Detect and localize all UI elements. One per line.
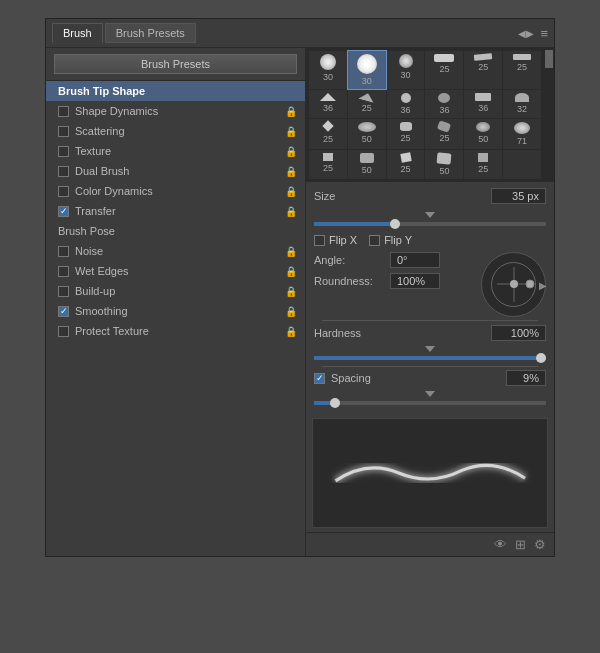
tab-bar: Brush Brush Presets [52, 23, 196, 43]
angle-roundness-section: Angle: 0° Roundness: 100% [314, 252, 546, 317]
wet-edges-lock: 🔒 [285, 266, 297, 277]
tab-brush[interactable]: Brush [52, 23, 103, 43]
dual-brush-label: Dual Brush [75, 165, 129, 177]
shape-dynamics-lock: 🔒 [285, 106, 297, 117]
compass-inner [491, 262, 536, 307]
presets-button[interactable]: Brush Presets [54, 54, 297, 74]
left-panel: Brush Presets Brush Tip Shape Shape Dyna… [46, 48, 306, 556]
spacing-checkbox[interactable] [314, 373, 325, 384]
hardness-value: 100% [491, 325, 546, 341]
brush-item-11[interactable]: 36 [464, 90, 502, 118]
brush-item-10[interactable]: 36 [425, 90, 463, 118]
color-dynamics-lock: 🔒 [285, 186, 297, 197]
scattering-checkbox[interactable] [58, 126, 69, 137]
brush-list-item-dual-brush[interactable]: Dual Brush 🔒 [46, 161, 305, 181]
compass-widget[interactable]: ▶ [481, 252, 546, 317]
build-up-checkbox[interactable] [58, 286, 69, 297]
smoothing-checkbox[interactable] [58, 306, 69, 317]
layers-icon[interactable]: ⊞ [515, 537, 526, 552]
brush-item-21[interactable]: 25 [387, 150, 425, 179]
flip-x-checkbox[interactable] [314, 235, 325, 246]
brush-list-item-protect-texture[interactable]: Protect Texture 🔒 [46, 321, 305, 341]
texture-checkbox[interactable] [58, 146, 69, 157]
brush-item-15[interactable]: 25 [387, 119, 425, 149]
settings-icon[interactable]: ⚙ [534, 537, 546, 552]
wet-edges-label: Wet Edges [75, 265, 129, 277]
brush-item-16[interactable]: 25 [425, 119, 463, 149]
angle-value[interactable]: 0° [390, 252, 440, 268]
hardness-slider[interactable] [314, 356, 546, 360]
brush-item-13[interactable]: 25 [309, 119, 347, 149]
brush-list-item-scattering[interactable]: Scattering 🔒 [46, 121, 305, 141]
transfer-label: Transfer [75, 205, 116, 217]
brush-preview [312, 418, 548, 528]
spacing-slider-container [314, 386, 546, 408]
brush-list-item-brush-pose[interactable]: Brush Pose [46, 221, 305, 241]
brush-list-item-shape-dynamics[interactable]: Shape Dynamics 🔒 [46, 101, 305, 121]
transfer-checkbox[interactable] [58, 206, 69, 217]
flip-x-item: Flip X [314, 234, 357, 246]
noise-lock: 🔒 [285, 246, 297, 257]
brush-item-8[interactable]: 25 [348, 90, 386, 118]
smoothing-label: Smoothing [75, 305, 128, 317]
brush-item-17[interactable]: 50 [464, 119, 502, 149]
brush-list-item-smoothing[interactable]: Smoothing 🔒 [46, 301, 305, 321]
spacing-slider-triangle[interactable] [425, 391, 435, 397]
compass-arrow: ▶ [539, 279, 547, 290]
brush-item-23[interactable]: 25 [464, 150, 502, 179]
brush-item-2[interactable]: 30 [348, 51, 386, 89]
brush-list-item-color-dynamics[interactable]: Color Dynamics 🔒 [46, 181, 305, 201]
noise-checkbox[interactable] [58, 246, 69, 257]
size-slider-triangle[interactable] [425, 212, 435, 218]
grid-scrollbar[interactable] [544, 48, 554, 182]
brush-list-item-wet-edges[interactable]: Wet Edges 🔒 [46, 261, 305, 281]
spacing-divider [322, 366, 538, 367]
brush-grid-container: 30 30 30 25 [306, 48, 554, 182]
brush-item-18[interactable]: 71 [503, 119, 541, 149]
brush-item-14[interactable]: 50 [348, 119, 386, 149]
hardness-slider-triangle[interactable] [425, 346, 435, 352]
brush-list-item-texture[interactable]: Texture 🔒 [46, 141, 305, 161]
brush-item-7[interactable]: 36 [309, 90, 347, 118]
brush-item-9[interactable]: 36 [387, 90, 425, 118]
eye-icon[interactable]: 👁 [494, 537, 507, 552]
brush-item-3[interactable]: 30 [387, 51, 425, 89]
collapse-icon[interactable]: ◀▶ [518, 28, 534, 39]
protect-texture-checkbox[interactable] [58, 326, 69, 337]
color-dynamics-checkbox[interactable] [58, 186, 69, 197]
brush-item-12[interactable]: 32 [503, 90, 541, 118]
shape-dynamics-label: Shape Dynamics [75, 105, 158, 117]
brush-panel: Brush Brush Presets ◀▶ ≡ Brush Presets B… [45, 18, 555, 557]
angle-row: Angle: 0° [314, 252, 473, 268]
presets-btn-row: Brush Presets [46, 48, 305, 81]
brush-item-4[interactable]: 25 [425, 51, 463, 89]
roundness-value[interactable]: 100% [390, 273, 440, 289]
brush-list: Brush Tip Shape Shape Dynamics 🔒 Scatter… [46, 81, 305, 341]
panel-menu-icon[interactable]: ≡ [540, 26, 548, 41]
brush-list-item-transfer[interactable]: Transfer 🔒 [46, 201, 305, 221]
angle-label: Angle: [314, 254, 384, 266]
dual-brush-checkbox[interactable] [58, 166, 69, 177]
brush-item-20[interactable]: 50 [348, 150, 386, 179]
spacing-value: 9% [506, 370, 546, 386]
main-content: Brush Presets Brush Tip Shape Shape Dyna… [46, 48, 554, 556]
size-label: Size [314, 190, 394, 202]
spacing-slider[interactable] [314, 401, 546, 405]
brush-item-6[interactable]: 25 [503, 51, 541, 89]
shape-dynamics-checkbox[interactable] [58, 106, 69, 117]
brush-item-5[interactable]: 25 [464, 51, 502, 89]
brush-item-22[interactable]: 50 [425, 150, 463, 179]
brush-list-item-brush-tip-shape[interactable]: Brush Tip Shape [46, 81, 305, 101]
size-slider[interactable] [314, 222, 546, 226]
panel-footer: 👁 ⊞ ⚙ [306, 532, 554, 556]
flip-y-checkbox[interactable] [369, 235, 380, 246]
transfer-lock: 🔒 [285, 206, 297, 217]
brush-list-item-noise[interactable]: Noise 🔒 [46, 241, 305, 261]
brush-item-19[interactable]: 25 [309, 150, 347, 179]
size-value: 35 px [491, 188, 546, 204]
tab-brush-presets[interactable]: Brush Presets [105, 23, 196, 43]
wet-edges-checkbox[interactable] [58, 266, 69, 277]
brush-list-item-build-up[interactable]: Build-up 🔒 [46, 281, 305, 301]
brush-stroke-svg [325, 443, 536, 503]
brush-item-1[interactable]: 30 [309, 51, 347, 89]
